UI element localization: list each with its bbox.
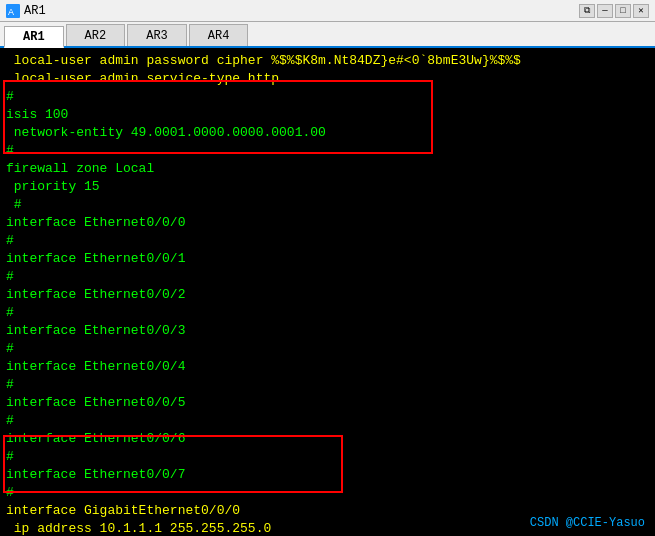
title-bar-left: A AR1	[6, 4, 46, 18]
terminal-line: interface Ethernet0/0/2	[6, 286, 649, 304]
terminal-line: #	[6, 268, 649, 286]
maximize-button[interactable]: □	[615, 4, 631, 18]
terminal-line: #	[6, 412, 649, 430]
terminal-line: interface Ethernet0/0/1	[6, 250, 649, 268]
terminal-line: interface Ethernet0/0/0	[6, 214, 649, 232]
tab-bar: AR1 AR2 AR3 AR4	[0, 22, 655, 48]
terminal-line: #	[6, 340, 649, 358]
title-controls: ⧉ ─ □ ✕	[579, 4, 649, 18]
minimize-button[interactable]: ─	[597, 4, 613, 18]
tab-ar2[interactable]: AR2	[66, 24, 126, 46]
title-text: AR1	[24, 4, 46, 18]
terminal-line: #	[6, 196, 649, 214]
app-icon: A	[6, 4, 20, 18]
terminal-line: interface Ethernet0/0/5	[6, 394, 649, 412]
svg-text:A: A	[8, 7, 14, 17]
terminal-line: local-user admin password cipher %$%$K8m…	[6, 52, 649, 70]
tab-ar3[interactable]: AR3	[127, 24, 187, 46]
terminal-line: #	[6, 376, 649, 394]
close-button[interactable]: ✕	[633, 4, 649, 18]
highlight-box-isis	[3, 80, 433, 154]
tab-ar1[interactable]: AR1	[4, 26, 64, 48]
terminal-line: priority 15	[6, 178, 649, 196]
terminal-line: #	[6, 304, 649, 322]
watermark: CSDN @CCIE-Yasuo	[530, 516, 645, 530]
terminal-line: firewall zone Local	[6, 160, 649, 178]
title-bar: A AR1 ⧉ ─ □ ✕	[0, 0, 655, 22]
highlight-box-gige	[3, 435, 343, 493]
terminal-line: #	[6, 232, 649, 250]
terminal[interactable]: local-user admin password cipher %$%$K8m…	[0, 48, 655, 536]
terminal-line: interface Ethernet0/0/3	[6, 322, 649, 340]
terminal-line: interface Ethernet0/0/4	[6, 358, 649, 376]
tab-ar4[interactable]: AR4	[189, 24, 249, 46]
restore-button[interactable]: ⧉	[579, 4, 595, 18]
